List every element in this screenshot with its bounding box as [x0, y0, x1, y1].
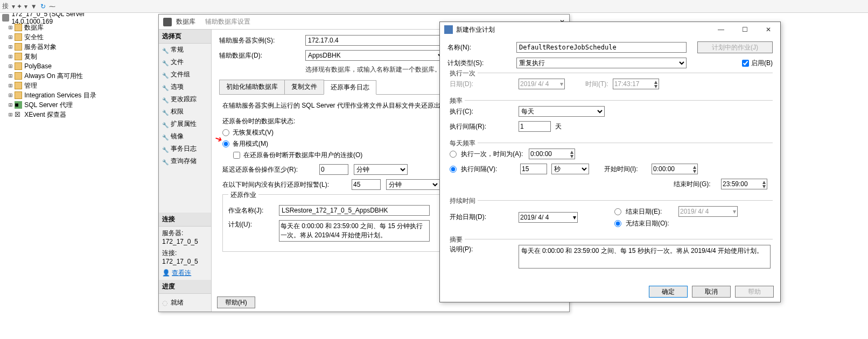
tree-label: 安全性	[24, 33, 44, 42]
repeat-input[interactable]	[520, 164, 547, 174]
startdate-input[interactable]: 2019/ 4/ 4▾	[519, 212, 578, 223]
type-select[interactable]: 重复执行	[516, 58, 687, 68]
server-node[interactable]: 172_17_0_5 (SQL Server 14.0.1000.169	[0, 13, 123, 23]
expand-icon[interactable]: ⊞	[9, 111, 12, 118]
expand-icon[interactable]: ⊞	[9, 72, 12, 80]
name-input[interactable]	[516, 42, 687, 53]
page-mirror[interactable]: 镜像	[159, 130, 211, 143]
summary-title: 摘要	[447, 235, 465, 244]
tree-node[interactable]: ⊞安全性	[0, 32, 123, 42]
view-conn-icon: 👤	[162, 269, 170, 277]
job-name-input[interactable]	[279, 205, 430, 216]
end-time-input[interactable]: 23:59:00▴▾	[721, 179, 767, 189]
schedule-titlebar[interactable]: 新建作业计划 — ☐ ✕	[440, 22, 780, 37]
page-files[interactable]: 文件	[159, 56, 211, 68]
repeat-label: 执行间隔(V):	[461, 165, 516, 174]
close-icon[interactable]: ✕	[761, 26, 776, 33]
tree-node[interactable]: ⊞管理	[0, 81, 123, 90]
expand-icon[interactable]: ⊞	[9, 82, 12, 89]
ok-button[interactable]: 确定	[649, 286, 688, 298]
tree-label: 服务器对象	[24, 43, 57, 52]
repeat-unit-select[interactable]: 秒	[551, 164, 589, 174]
tree-label: SQL Server 代理	[24, 101, 73, 110]
delay-unit[interactable]: 分钟	[354, 164, 408, 175]
tree-node-xevent[interactable]: ⊞☒XEvent 探查器	[0, 110, 123, 119]
tree-label: 复制	[24, 52, 37, 61]
page-permissions[interactable]: 权限	[159, 105, 211, 118]
noend-radio[interactable]	[614, 220, 621, 227]
expand-icon[interactable]: ⊞	[9, 43, 12, 51]
conn-label: 连接:	[162, 249, 208, 258]
expand-icon[interactable]: ⊞	[9, 24, 12, 31]
refresh-icon[interactable]: ↻	[40, 3, 46, 10]
delay-input[interactable]	[319, 164, 348, 175]
tree-node[interactable]: ⊞复制	[0, 52, 123, 61]
help-button[interactable]: 帮助(H)	[217, 296, 255, 308]
norecovery-label: 无恢复模式(V)	[233, 128, 274, 137]
connect-label[interactable]: 接	[2, 2, 9, 11]
expand-icon[interactable]: ⊞	[9, 101, 12, 109]
standby-radio[interactable]	[222, 140, 229, 147]
maximize-icon[interactable]: ☐	[737, 26, 752, 33]
cancel-button[interactable]: 取消	[692, 286, 731, 298]
select-page-header: 选择页	[159, 30, 211, 44]
interval-input[interactable]	[519, 121, 551, 132]
enddate-radio[interactable]	[614, 208, 621, 215]
repeat-radio[interactable]	[450, 166, 457, 173]
page-changetracking[interactable]: 更改跟踪	[159, 93, 211, 105]
spinner-icon: ◌	[162, 299, 167, 307]
folder-icon	[15, 72, 22, 80]
minimize-icon[interactable]: —	[713, 26, 729, 33]
once-at-radio[interactable]	[450, 151, 457, 158]
exec-select[interactable]: 每天	[519, 106, 605, 117]
wrench-icon	[162, 96, 169, 103]
tab-init[interactable]: 初始化辅助数据库	[219, 80, 285, 94]
once-group: 执行一次 日期(D): 2019/ 4/ 4▾ 时间(T): 17:43:17▴…	[447, 73, 773, 97]
alert-unit[interactable]: 分钟	[386, 179, 440, 190]
activity-icon[interactable]: ⁓	[49, 3, 55, 10]
frequency-group: 频率 执行(C): 每天 执行间隔(R): 天	[447, 100, 773, 139]
job-name-label: 作业名称(J):	[228, 206, 274, 215]
end-time-label: 结束时间(G):	[674, 180, 717, 189]
page-txlog[interactable]: 事务日志	[159, 143, 211, 155]
alert-input[interactable]	[352, 179, 381, 190]
tree-node[interactable]: ⊞服务器对象	[0, 42, 123, 52]
expand-icon[interactable]: ⊞	[9, 53, 12, 60]
wrench-icon	[162, 47, 169, 53]
schedule-icon	[444, 25, 453, 34]
folder-icon	[15, 24, 22, 31]
expand-icon[interactable]: ⊞	[9, 62, 12, 70]
enable-checkbox[interactable]	[742, 60, 749, 67]
filter-icon[interactable]: ▼	[31, 3, 37, 10]
view-connection-link[interactable]: 查看连	[172, 269, 191, 277]
toolbar-icon[interactable]: ▾ ✦ ▾	[12, 3, 27, 10]
new-schedule-dialog: 新建作业计划 — ☐ ✕ 名称(N): 计划中的作业(J) 计划类型(S): 重…	[439, 22, 781, 302]
interval-label: 执行间隔(R):	[450, 122, 514, 131]
tree-label: PolyBase	[24, 62, 52, 70]
tab-restore[interactable]: 还原事务日志	[324, 80, 376, 95]
start-time-input[interactable]: 0:00:00▴▾	[652, 164, 698, 174]
once-title: 执行一次	[447, 69, 478, 78]
once-at-time[interactable]: 0:00:00▴▾	[529, 149, 575, 159]
disconnect-checkbox[interactable]	[233, 152, 240, 159]
page-extended[interactable]: 扩展属性	[159, 118, 211, 130]
interval-unit: 天	[555, 122, 562, 131]
expand-icon[interactable]: ⊞	[9, 33, 12, 41]
tree-node[interactable]: ⊞Always On 高可用性	[0, 71, 123, 81]
main-toolbar: 接 ▾ ✦ ▾ ▼ ↻ ⁓	[0, 0, 868, 13]
page-filegroups[interactable]: 文件组	[159, 68, 211, 81]
sec-db-select[interactable]: AppsDBHK	[305, 50, 445, 61]
delay-label: 延迟还原备份操作至少(R):	[222, 165, 314, 174]
tree-node[interactable]: ⊞PolyBase	[0, 61, 123, 71]
enddate-label: 结束日期(E):	[626, 207, 674, 216]
sec-server-input[interactable]	[305, 35, 445, 46]
duration-group: 持续时间 开始日期(D): 2019/ 4/ 4▾ 结束日期(E):2019/ …	[447, 200, 773, 236]
tree-node[interactable]: ⊞Integration Services 目录	[0, 90, 123, 100]
wrench-icon	[162, 133, 169, 140]
page-options[interactable]: 选项	[159, 81, 211, 93]
page-general[interactable]: 常规	[159, 44, 211, 56]
expand-icon[interactable]: ⊞	[9, 91, 12, 99]
tab-copy[interactable]: 复制文件	[284, 80, 324, 94]
tree-node-agent[interactable]: ⊞■SQL Server 代理	[0, 100, 123, 110]
page-querystore[interactable]: 查询存储	[159, 155, 211, 167]
